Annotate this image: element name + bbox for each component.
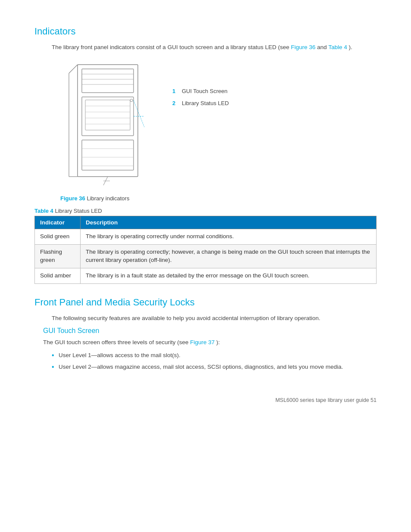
front-panel-section: Front Panel and Media Security Locks The… xyxy=(34,297,377,371)
front-panel-title: Front Panel and Media Security Locks xyxy=(34,297,377,308)
gui-touch-body: The GUI touch screen offers three levels… xyxy=(43,338,377,347)
figure-label-1: 1 GUI Touch Screen xyxy=(172,86,229,96)
table-row: Solid green The library is operating cor… xyxy=(35,229,377,245)
svg-rect-11 xyxy=(82,140,134,170)
description-cell-1: The library is operating correctly under… xyxy=(81,229,377,245)
library-illustration xyxy=(60,60,155,190)
footer-text: MSL6000 series tape library user guide xyxy=(275,397,369,403)
label-num-2: 2 xyxy=(172,98,178,108)
label-text-1: GUI Touch Screen xyxy=(182,86,227,96)
indicator-cell-2: Flashing green xyxy=(35,245,81,268)
indicators-body: The library front panel indicators consi… xyxy=(52,43,377,52)
table-header-row: Indicator Description xyxy=(35,216,377,229)
indicators-body-end: ). xyxy=(349,44,352,50)
label-num-1: 1 xyxy=(172,86,178,96)
gui-touch-title: GUI Touch Screen xyxy=(43,327,377,335)
indicator-cell-3: Solid amber xyxy=(35,268,81,283)
gui-touch-body-end: ): xyxy=(216,339,220,345)
svg-rect-1 xyxy=(82,69,134,93)
svg-rect-6 xyxy=(85,100,130,130)
figure-labels: 1 GUI Touch Screen 2 Library Status LED xyxy=(172,86,229,110)
table-row: Flashing green The library is operating … xyxy=(35,245,377,268)
description-cell-3: The library is in a fault state as detai… xyxy=(81,268,377,283)
svg-point-15 xyxy=(130,99,133,102)
svg-rect-5 xyxy=(82,97,134,136)
gui-touch-bullet-list: User Level 1—allows access to the mail s… xyxy=(52,351,377,371)
figure-label-2: 2 Library Status LED xyxy=(172,98,229,108)
indicators-title: Indicators xyxy=(34,26,377,37)
gui-touch-section: GUI Touch Screen The GUI touch screen of… xyxy=(43,327,377,371)
svg-line-16 xyxy=(69,65,78,73)
list-item: User Level 1—allows access to the mail s… xyxy=(52,351,377,360)
header-description: Description xyxy=(81,216,377,229)
table4-link[interactable]: Table 4 xyxy=(328,44,347,50)
table4-caption-text: Library Status LED xyxy=(55,208,102,214)
figure36-container: 1 GUI Touch Screen 2 Library Status LED xyxy=(60,60,377,191)
list-item: User Level 2—allows magazine access, mai… xyxy=(52,363,377,371)
svg-rect-0 xyxy=(78,65,138,177)
table4-label: Table 4 xyxy=(34,208,53,214)
page-number: 51 xyxy=(371,397,377,403)
page-footer: MSL6000 series tape library user guide 5… xyxy=(34,397,377,403)
figure36-caption-desc: Library indicators xyxy=(87,195,129,202)
description-cell-2: The library is operating correctly; howe… xyxy=(81,245,377,268)
figure36-caption: Figure 36 Library indicators xyxy=(60,195,377,202)
table-row: Solid amber The library is in a fault st… xyxy=(35,268,377,283)
svg-line-22 xyxy=(134,100,144,127)
library-status-led-table: Indicator Description Solid green The li… xyxy=(34,216,377,284)
table4-caption: Table 4 Library Status LED xyxy=(34,208,377,214)
figure37-link[interactable]: Figure 37 xyxy=(190,339,215,345)
indicator-cell-1: Solid green xyxy=(35,229,81,245)
indicators-body-middle: and xyxy=(317,44,327,50)
gui-touch-body-text: The GUI touch screen offers three levels… xyxy=(43,339,188,345)
indicators-section: Indicators The library front panel indic… xyxy=(34,26,377,284)
figure36-label: Figure 36 xyxy=(60,195,85,202)
figure36-drawing xyxy=(60,60,155,191)
indicators-body-text: The library front panel indicators consi… xyxy=(52,44,290,50)
figure36-link[interactable]: Figure 36 xyxy=(291,44,315,50)
header-indicator: Indicator xyxy=(35,216,81,229)
label-text-2: Library Status LED xyxy=(182,98,229,108)
front-panel-body: The following security features are avai… xyxy=(52,314,377,323)
